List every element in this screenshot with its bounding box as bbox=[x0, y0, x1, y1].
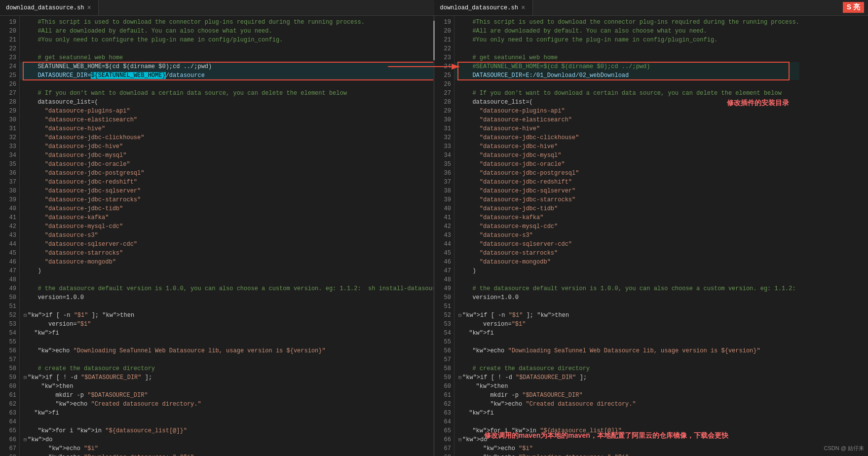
tab-right-close[interactable]: × bbox=[521, 4, 525, 12]
line-number: 61 bbox=[435, 391, 451, 400]
code-line: #You only need to configure the plug-in … bbox=[454, 36, 799, 44]
code-line: "datasource-kafka" bbox=[20, 213, 433, 222]
code-line: # If you don't want to download a certai… bbox=[454, 89, 799, 98]
code-line bbox=[454, 302, 799, 311]
left-code-text[interactable]: #This script is used to download the con… bbox=[20, 16, 433, 456]
line-number: 26 bbox=[0, 80, 16, 89]
code-line: # If you don't want to download a certai… bbox=[20, 89, 433, 98]
line-number: 39 bbox=[0, 195, 16, 204]
line-number: 52 bbox=[0, 311, 16, 320]
panels-wrapper: 1920212223242526272829303132333435363738… bbox=[0, 16, 868, 456]
code-line bbox=[454, 275, 799, 284]
code-line: "kw">echo "Downloading datasource: " "$i… bbox=[20, 453, 433, 456]
line-number: 59 bbox=[0, 373, 16, 382]
code-line: DATASOURCE_DIR=E:/01_Download/02_webDown… bbox=[454, 71, 799, 80]
code-line: "kw">echo "$i" bbox=[20, 444, 433, 453]
code-line bbox=[454, 355, 799, 364]
line-number: 58 bbox=[0, 364, 16, 373]
line-number: 28 bbox=[0, 98, 16, 107]
code-line: "kw">echo "Downloading SeaTunnel Web Dat… bbox=[20, 346, 433, 355]
code-line: "datasource-jdbc-clickhouse" bbox=[454, 133, 799, 142]
tab-right[interactable]: download_datasource.sh × bbox=[434, 0, 533, 15]
line-number: 31 bbox=[0, 124, 16, 133]
code-line: ⊟"kw">if [ -n "$1" ]; "kw">then bbox=[454, 311, 799, 320]
code-line bbox=[20, 355, 433, 364]
line-number: 24 bbox=[0, 62, 16, 71]
line-number: 22 bbox=[0, 44, 16, 53]
line-number: 30 bbox=[435, 115, 451, 124]
code-line: #This script is used to download the con… bbox=[454, 18, 799, 27]
line-number: 21 bbox=[435, 36, 451, 44]
line-number: 47 bbox=[435, 266, 451, 275]
code-line: "datasource-jdbc-sqlserver" bbox=[454, 187, 799, 195]
code-line: "kw">echo "Created datasource directory.… bbox=[20, 400, 433, 409]
line-number: 35 bbox=[0, 160, 16, 169]
line-number: 37 bbox=[435, 178, 451, 187]
line-number: 53 bbox=[435, 320, 451, 329]
code-line: # the datasource default version is 1.0.… bbox=[454, 284, 799, 293]
main-container: download_datasource.sh × download_dataso… bbox=[0, 0, 868, 456]
line-number: 19 bbox=[435, 18, 451, 27]
tabs-bar: download_datasource.sh × download_dataso… bbox=[0, 0, 868, 16]
line-number: 19 bbox=[0, 18, 16, 27]
line-number: 25 bbox=[0, 71, 16, 80]
code-line: "datasource-jdbc-oracle" bbox=[20, 160, 433, 169]
line-number: 59 bbox=[435, 373, 451, 382]
line-number: 62 bbox=[0, 400, 16, 409]
right-code-text[interactable]: #This script is used to download the con… bbox=[454, 16, 799, 456]
line-number: 50 bbox=[435, 293, 451, 302]
code-line: # create the datasource directory bbox=[454, 364, 799, 373]
code-line: "kw">for i "kw">in "${datasource_list[@]… bbox=[20, 426, 433, 435]
code-line: "datasource-sqlserver-cdc" bbox=[20, 240, 433, 249]
code-line: "datasource-jdbc-postgresql" bbox=[20, 169, 433, 178]
line-number: 41 bbox=[0, 213, 16, 222]
code-line: "datasource-s3" bbox=[454, 231, 799, 240]
code-line: "kw">echo "$i" bbox=[454, 444, 799, 453]
code-line: "datasource-jdbc-clickhouse" bbox=[20, 133, 433, 142]
line-number: 67 bbox=[0, 444, 16, 453]
tab-left[interactable]: download_datasource.sh × bbox=[0, 0, 99, 15]
line-number: 55 bbox=[0, 338, 16, 346]
line-number: 36 bbox=[435, 169, 451, 178]
code-line: "datasource-mongodb" bbox=[454, 258, 799, 266]
code-line: mkdir -p "$DATASOURCE_DIR" bbox=[20, 391, 433, 400]
line-number: 43 bbox=[0, 231, 16, 240]
line-number: 42 bbox=[435, 222, 451, 231]
line-number: 28 bbox=[435, 98, 451, 107]
line-number: 68 bbox=[0, 453, 16, 456]
line-number: 60 bbox=[435, 382, 451, 391]
code-line: "datasource-elasticsearch" bbox=[20, 115, 433, 124]
code-line: version=1.0.0 bbox=[20, 293, 433, 302]
panel-left: 1920212223242526272829303132333435363738… bbox=[0, 16, 433, 456]
line-number: 51 bbox=[0, 302, 16, 311]
code-line: "datasource-s3" bbox=[20, 231, 433, 240]
tab-left-close[interactable]: × bbox=[87, 4, 91, 12]
line-number: 51 bbox=[435, 302, 451, 311]
code-line: "datasource-mysql-cdc" bbox=[20, 222, 433, 231]
code-line: "datasource-starrocks" bbox=[454, 249, 799, 258]
right-lines-wrapper: 1920212223242526272829303132333435363738… bbox=[435, 16, 799, 456]
code-line: "kw">fi bbox=[454, 409, 799, 418]
code-line: ⊟"kw">if [ ! -d "$DATASOURCE_DIR" ]; bbox=[454, 373, 799, 382]
code-line bbox=[454, 338, 799, 346]
code-line: DATASOURCE_DIR=${SEATUNNEL_WEB_HOME}/dat… bbox=[20, 71, 433, 80]
code-line: # create the datasource directory bbox=[20, 364, 433, 373]
line-number: 33 bbox=[0, 142, 16, 151]
line-number: 38 bbox=[0, 187, 16, 195]
code-line: # get seatunnel web home bbox=[454, 53, 799, 62]
code-line: "kw">then bbox=[454, 382, 799, 391]
line-number: 67 bbox=[435, 444, 451, 453]
line-number: 47 bbox=[0, 266, 16, 275]
code-line bbox=[454, 44, 799, 53]
line-number: 37 bbox=[0, 178, 16, 187]
line-number: 54 bbox=[0, 329, 16, 338]
code-line bbox=[20, 338, 433, 346]
code-line: "datasource-jdbc-tidb" bbox=[20, 204, 433, 213]
line-number: 53 bbox=[0, 320, 16, 329]
code-line: version=1.0.0 bbox=[454, 293, 799, 302]
code-line: "datasource-jdbc-mysql" bbox=[20, 151, 433, 160]
code-line: "datasource-plugins-api" bbox=[20, 107, 433, 115]
line-number: 65 bbox=[435, 426, 451, 435]
code-line: "datasource-jdbc-mysql" bbox=[454, 151, 799, 160]
panel-right: 1920212223242526272829303132333435363738… bbox=[435, 16, 868, 456]
